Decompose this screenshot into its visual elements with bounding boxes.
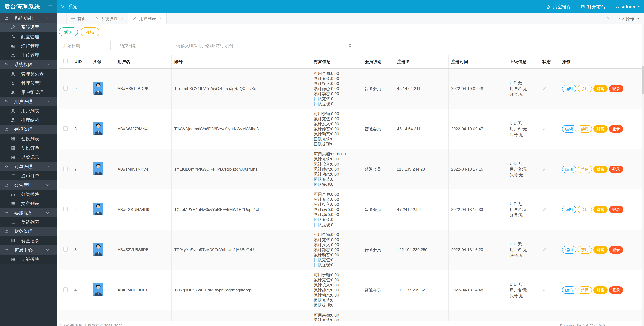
status-check-icon[interactable]: ✓ (542, 207, 546, 212)
list-icon (11, 220, 18, 224)
scrollbar-track[interactable] (642, 24, 644, 326)
cell-account: TYEKiLGmYPKWQReTPLCRdxszghJJ6rrMn1 (172, 149, 311, 190)
wealth-button[interactable]: 财富 (594, 85, 608, 92)
sidebar-item-24[interactable]: 资金记录 (0, 236, 57, 245)
login-button[interactable]: 登录 (609, 166, 623, 173)
sidebar-item-15[interactable]: 退款记录 (0, 152, 57, 162)
tabs-scroll-right-button[interactable] (603, 14, 613, 24)
login-button[interactable]: 登录 (609, 125, 623, 133)
edit-button[interactable]: 编辑 (562, 125, 576, 133)
hamburger-icon[interactable] (48, 4, 53, 9)
tabs-scroll-left-button[interactable] (57, 14, 66, 24)
user-menu[interactable]: admin (615, 4, 640, 10)
login-button[interactable]: 登录 (609, 85, 623, 92)
wealth-button[interactable]: 财富 (594, 166, 608, 173)
status-check-icon[interactable]: ✓ (542, 86, 546, 92)
status-check-icon[interactable]: ✓ (542, 247, 546, 253)
sidebar-item-17[interactable]: 提币订单 (0, 171, 57, 180)
keyword-input[interactable] (172, 40, 346, 51)
wealth-line: 累计静态:0.00 (314, 86, 362, 91)
sidebar-item-8[interactable]: 用户组管理 (0, 88, 57, 97)
select-all-checkbox[interactable] (63, 59, 68, 64)
wealth-button[interactable]: 财富 (594, 286, 608, 294)
table-row: 4AB#3MHDOHI16TFrkq9UFjt3wAFCpMBwpbPegrmb… (59, 270, 642, 310)
login-button[interactable]: 登录 (609, 206, 623, 213)
sidebar-item-16[interactable]: 订单管理 (0, 162, 57, 171)
sitemap-icon (11, 90, 18, 94)
edit-button[interactable]: 编辑 (562, 85, 576, 92)
start-date-input[interactable] (59, 40, 110, 51)
search-button[interactable] (346, 40, 355, 51)
sidebar-item-10[interactable]: 用户列表 (0, 106, 57, 116)
topbar-system[interactable]: 系统 (60, 4, 77, 10)
login-button[interactable]: 登录 (609, 246, 623, 254)
tab-2[interactable]: 用户列表 (128, 14, 167, 24)
sidebar-item-25[interactable]: 扩展中心 (0, 245, 57, 254)
edit-button[interactable]: 编辑 (562, 246, 576, 254)
wealth-button[interactable]: 财富 (594, 206, 608, 213)
sidebar-item-1[interactable]: 系统设置 (0, 23, 57, 32)
cell-username: AB#S3VU8S6R5 (115, 230, 172, 270)
status-check-icon[interactable]: ✓ (542, 166, 546, 172)
row-checkbox[interactable] (63, 207, 68, 212)
wealth-button[interactable]: 财富 (594, 125, 608, 133)
cell-uid: 4 (72, 270, 90, 310)
wealth-line: 累计投入:0.00 (314, 282, 362, 288)
close-icon[interactable] (159, 17, 162, 20)
disable-button[interactable]: 禁用 (578, 206, 592, 213)
edit-button[interactable]: 编辑 (562, 286, 576, 294)
disable-button[interactable]: 禁用 (578, 125, 592, 133)
sidebar-item-3[interactable]: 幻灯管理 (0, 41, 57, 50)
sidebar-item-6[interactable]: 管理员列表 (0, 69, 57, 78)
row-checkbox[interactable] (63, 166, 68, 171)
edit-button[interactable]: 编辑 (562, 206, 576, 213)
sidebar-item-label: 公告管理 (14, 182, 32, 188)
sidebar-item-19[interactable]: 分类模块 (0, 190, 57, 199)
sidebar-item-7[interactable]: 管理员管理 (0, 78, 57, 88)
unfreeze-button[interactable]: 解冻 (59, 28, 78, 36)
main-content: 解冻 冻结 UID头像用户名账号财富信息会员级别注册IP注册 (57, 24, 644, 326)
row-checkbox[interactable] (63, 126, 68, 131)
sidebar-item-18[interactable]: 公告管理 (0, 180, 57, 190)
sidebar-item-14[interactable]: 创投订单 (0, 143, 57, 152)
row-checkbox[interactable] (63, 288, 68, 292)
disable-button[interactable]: 禁用 (578, 85, 592, 92)
avatar (93, 283, 103, 296)
cell-ip: 113.135.244.23 (394, 149, 448, 190)
sidebar-item-9[interactable]: 用户管理 (0, 97, 57, 106)
status-check-icon[interactable]: ✓ (542, 288, 546, 293)
wealth-line: 团队提现:0 (314, 142, 362, 147)
sidebar-item-26[interactable]: 功能模块 (0, 254, 57, 264)
row-checkbox[interactable] (63, 86, 68, 90)
end-date-input[interactable] (116, 40, 167, 51)
sidebar-item-4[interactable]: 上传管理 (0, 50, 57, 60)
sidebar-item-22[interactable]: 反馈列表 (0, 218, 57, 227)
tab-1[interactable]: 系统设置 (90, 14, 128, 24)
clear-cache-button[interactable]: 清空缓存 (546, 4, 571, 10)
close-icon[interactable] (121, 17, 124, 20)
user-icon (11, 109, 18, 113)
sidebar-item-12[interactable]: 创投管理 (0, 125, 57, 134)
wealth-button[interactable]: 财富 (594, 246, 608, 254)
open-frontend-button[interactable]: 打开前台 (581, 4, 606, 10)
login-button[interactable]: 登录 (609, 286, 623, 294)
sidebar-item-0[interactable]: 系统功能 (0, 14, 57, 23)
sidebar-item-2[interactable]: 配置管理 (0, 32, 57, 41)
sidebar-item-13[interactable]: 创投列表 (0, 134, 57, 143)
disable-button[interactable]: 禁用 (578, 246, 592, 254)
sidebar-item-5[interactable]: 系统权限 (0, 60, 57, 69)
disable-button[interactable]: 禁用 (578, 166, 592, 173)
edit-button[interactable]: 编辑 (562, 166, 576, 173)
tab-0[interactable]: 首页 (66, 14, 90, 24)
disable-button[interactable]: 禁用 (578, 286, 592, 294)
freeze-button[interactable]: 冻结 (80, 28, 100, 36)
close-operations-dropdown[interactable]: 关闭操作 (613, 14, 644, 24)
cell-time: 2022-04-18 16:20 (448, 230, 507, 270)
scrollbar-thumb[interactable] (642, 66, 644, 94)
status-check-icon[interactable]: ✓ (542, 126, 546, 132)
sidebar-item-20[interactable]: 文章列表 (0, 199, 57, 208)
sidebar-item-23[interactable]: 财务管理 (0, 227, 57, 236)
sidebar-item-21[interactable]: 客服服务 (0, 208, 57, 218)
row-checkbox[interactable] (63, 247, 68, 252)
sidebar-item-11[interactable]: 推荐结构 (0, 116, 57, 125)
